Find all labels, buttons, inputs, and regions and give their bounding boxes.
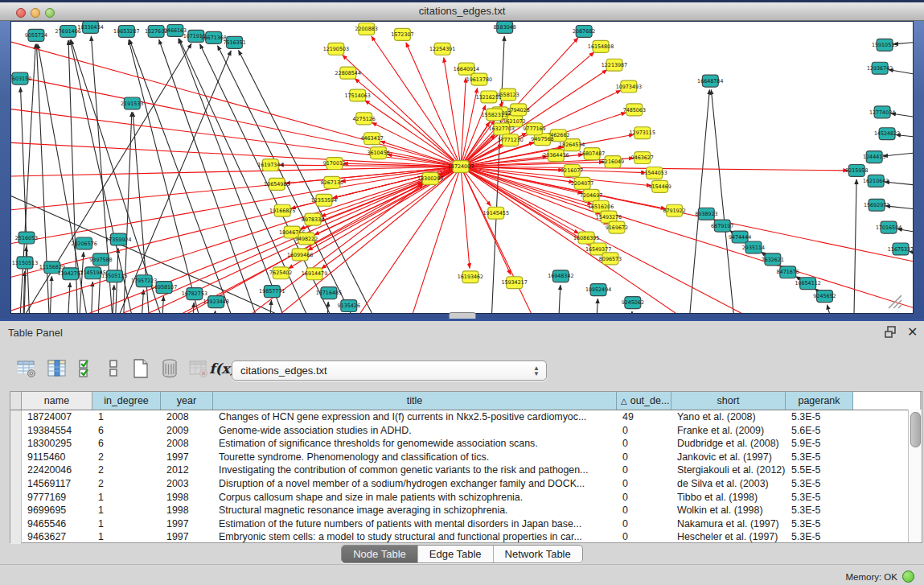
network-node[interactable]: 18330434 [77,22,103,33]
network-node[interactable]: 9777169 [523,123,545,135]
network-node[interactable]: 3610456 [367,147,389,159]
network-node[interactable]: 8215958 [845,165,868,177]
table-row[interactable]: 1938455462009Genome-wide association stu… [10,424,922,438]
network-node[interactable]: 2603150 [11,72,31,84]
column-select-icon[interactable] [76,356,100,381]
network-node[interactable]: 9397588 [89,253,112,266]
table-scrollbar-thumb[interactable] [910,412,921,447]
close-window-button[interactable] [16,8,26,18]
network-node[interactable]: 9154469 [648,180,671,192]
network-node[interactable]: 19857771 [259,286,285,298]
delete-table-icon[interactable] [187,356,211,381]
delete-column-icon[interactable] [158,356,182,381]
network-node[interactable]: 10654112 [795,278,820,290]
column-header-out_de[interactable]: △out_de... [617,392,671,410]
network-node[interactable]: 7204697 [580,189,602,201]
network-node[interactable]: 1244413 [863,151,885,163]
network-node[interactable]: 17771230 [497,134,523,146]
network-node[interactable]: 16099466 [287,249,313,261]
network-node[interactable]: 20364436 [543,150,569,162]
network-node[interactable]: 7516351 [223,36,245,48]
table-row[interactable]: 946554611997Estimation of the future num… [10,517,922,531]
column-header-short[interactable]: short [671,392,786,410]
network-node[interactable]: 1572307 [391,28,413,40]
network-node[interactable]: 8471676 [777,266,799,278]
network-node[interactable]: 17514063 [345,89,371,101]
network-node[interactable]: 6879197 [711,220,733,232]
network-node[interactable]: 16193462 [458,271,483,283]
network-node[interactable]: 9169672 [606,221,628,233]
network-node[interactable]: 15716485 [316,287,342,299]
network-node[interactable]: 9135426 [338,300,360,312]
split-panel-icon[interactable] [101,356,125,381]
network-node[interactable]: 4275126 [353,113,376,125]
network-node[interactable]: 6791922 [663,204,685,216]
column-header-year[interactable]: year [161,392,213,410]
table-row[interactable]: 977716911998Corpus callosum shape and si… [10,491,922,505]
network-node[interactable]: 10654985 [264,178,290,190]
network-node[interactable]: 2191533 [121,97,143,109]
tab-edge-table[interactable]: Edge Table [418,546,494,562]
network-node[interactable]: 17016504 [876,221,901,233]
network-node[interactable]: 8978334 [302,213,324,225]
network-node[interactable]: 10653287 [113,25,139,37]
column-header-title[interactable]: title [213,392,617,410]
network-node[interactable]: 19166825 [269,204,295,216]
network-node[interactable]: 16154808 [588,40,614,52]
network-node[interactable]: 14524823 [874,128,900,140]
table-row[interactable]: 946362711997Embryonic stem cells: a mode… [10,530,922,544]
network-node[interactable]: 9463627 [631,152,654,164]
network-node[interactable]: 12254391 [429,43,455,55]
column-header-pagerank[interactable]: pagerank [786,392,853,410]
network-node[interactable]: 8267130 [321,176,343,188]
window-titlebar[interactable]: citations_edges.txt [0,0,924,21]
network-node[interactable]: 7625402 [269,267,292,279]
network-node[interactable]: 9245652 [813,290,836,303]
network-node[interactable]: 8938923 [695,208,717,220]
network-node[interactable]: 9170012 [323,158,346,170]
table-dropdown[interactable]: citations_edges.txt ▲▼ [232,360,547,381]
network-node[interactable]: 2935114 [742,241,765,253]
column-header-in_degree[interactable]: in_degree [92,392,161,410]
tab-node-table[interactable]: Node Table [342,546,418,562]
network-node[interactable]: 16210643 [863,175,889,187]
network-node[interactable]: 16948342 [548,270,573,282]
column-visibility-icon[interactable] [45,356,69,381]
network-canvas[interactable]: 9055724276914061833043410653287152760294… [10,21,914,314]
network-node[interactable]: 9055724 [25,29,47,41]
network-node[interactable]: 12353594 [311,194,337,206]
table-row[interactable]: 911546021997Tourette syndrome. Phenomeno… [10,451,922,464]
network-node[interactable]: 12936742 [867,62,893,74]
network-node[interactable]: 15692971 [864,199,889,211]
network-node[interactable]: 11675337 [888,243,913,255]
table-row[interactable]: 969969511998Structural magnetic resonanc… [10,504,922,517]
network-node[interactable]: 16914479 [302,268,327,280]
network-node[interactable]: 15934217 [501,277,527,289]
network-node[interactable]: 12213987 [602,59,627,71]
network-node[interactable]: 9498222 [295,233,318,245]
network-node[interactable]: 19145455 [483,207,509,219]
memory-status[interactable]: Memory: OK [845,571,914,583]
network-node[interactable]: 8183048 [494,22,516,33]
float-window-icon[interactable] [885,326,898,339]
network-node[interactable]: 7485063 [623,104,646,116]
table-row[interactable]: 1872400712008Changes of HCN gene express… [10,410,922,424]
network-node[interactable]: 13150513 [12,257,38,269]
network-node[interactable]: 12973115 [630,127,655,139]
network-node[interactable]: 10952494 [585,284,611,296]
table-row[interactable]: 1456911722003Disruption of a novel membe… [10,477,922,491]
close-panel-icon[interactable]: ✕ [907,324,918,340]
network-node[interactable]: 3216077 [561,165,583,177]
column-header-name[interactable]: name [22,392,92,410]
table-scrollbar[interactable] [908,410,922,542]
network-node[interactable]: 4463417 [360,133,383,145]
canvas-resize-grip[interactable] [889,295,901,308]
network-node[interactable]: 6216049 [602,156,624,168]
network-node[interactable]: 9245062 [622,297,644,309]
network-node[interactable]: 15910535 [872,39,897,51]
network-node[interactable]: 2204077 [571,177,593,189]
network-node[interactable]: 7632621 [762,253,784,266]
network-node[interactable]: 16086395 [573,232,599,244]
network-node[interactable]: 17359924 [105,233,131,245]
network-node[interactable]: 16648784 [697,75,723,87]
